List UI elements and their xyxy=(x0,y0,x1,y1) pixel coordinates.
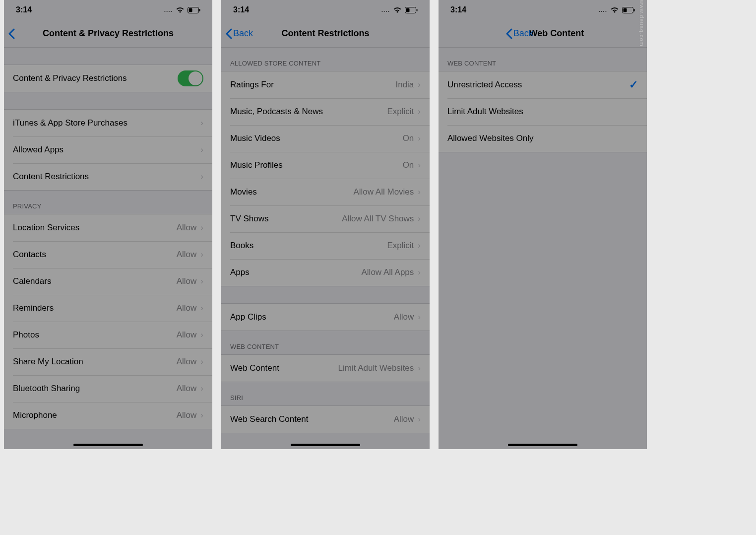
store-row[interactable]: Movies Allow All Movies › xyxy=(221,179,430,205)
cell-label: Calendars xyxy=(13,276,177,286)
status-icons: .... xyxy=(164,6,200,13)
page-title: Content & Privacy Restrictions xyxy=(43,28,174,39)
page-title: Web Content xyxy=(529,28,584,39)
privacy-row[interactable]: Contacts Allow › xyxy=(4,241,212,268)
navbar: Back Web Content xyxy=(439,20,647,48)
chevron-right-icon: › xyxy=(200,330,203,340)
chevron-right-icon: › xyxy=(418,268,421,277)
main-group: iTunes & App Store Purchases › Allowed A… xyxy=(4,109,212,191)
privacy-row[interactable]: Reminders Allow › xyxy=(4,295,212,322)
chevron-right-icon: › xyxy=(200,118,203,128)
appclips-group: App Clips Allow › xyxy=(221,303,430,331)
back-button[interactable] xyxy=(8,28,15,39)
itunes-row[interactable]: iTunes & App Store Purchases › xyxy=(4,110,212,136)
chevron-right-icon: › xyxy=(200,276,203,286)
toggle-group: Content & Privacy Restrictions xyxy=(4,65,212,92)
home-indicator[interactable] xyxy=(508,444,577,446)
cell-value: Allow All TV Shows xyxy=(342,214,414,224)
privacy-row[interactable]: Photos Allow › xyxy=(4,322,212,348)
chevron-right-icon: › xyxy=(418,414,421,424)
cell-label: Unrestricted Access xyxy=(447,80,629,90)
cell-value: Allow xyxy=(177,223,197,233)
store-row[interactable]: TV Shows Allow All TV Shows › xyxy=(221,205,430,232)
content-privacy-toggle-row[interactable]: Content & Privacy Restrictions xyxy=(4,65,212,92)
store-group: Ratings For India › Music, Podcasts & Ne… xyxy=(221,71,430,286)
cell-value: Allow All Movies xyxy=(353,187,414,197)
web-group: Web Content Limit Adult Websites › xyxy=(221,354,430,382)
store-row[interactable]: Books Explicit › xyxy=(221,232,430,259)
chevron-right-icon: › xyxy=(418,241,421,251)
status-icons: .... xyxy=(599,6,635,13)
cell-value: Allow xyxy=(177,303,197,313)
store-header: Allowed Store Content xyxy=(221,48,430,71)
svg-rect-5 xyxy=(417,9,418,11)
screen-content-privacy: 3:14 .... Content & Privacy Restrictions… xyxy=(4,0,212,449)
options-group: Unrestricted Access ✓ Limit Adult Websit… xyxy=(439,71,647,152)
status-bar: 3:14 .... xyxy=(439,0,647,20)
svg-rect-2 xyxy=(199,9,200,11)
signal-dots-icon: .... xyxy=(164,6,173,13)
privacy-row[interactable]: Calendars Allow › xyxy=(4,268,212,295)
clock: 3:14 xyxy=(16,5,32,14)
allowed-apps-row[interactable]: Allowed Apps › xyxy=(4,136,212,163)
option-allowed-only[interactable]: Allowed Websites Only xyxy=(439,125,647,152)
option-limit-adult[interactable]: Limit Adult Websites xyxy=(439,98,647,125)
chevron-right-icon: › xyxy=(200,357,203,367)
chevron-right-icon: › xyxy=(200,145,203,155)
cell-label: Limit Adult Websites xyxy=(447,107,638,117)
cell-label: Music Profiles xyxy=(230,160,403,170)
back-button[interactable]: Back xyxy=(505,28,533,39)
chevron-right-icon: › xyxy=(418,107,421,117)
store-row[interactable]: Music, Podcasts & News Explicit › xyxy=(221,98,430,125)
battery-icon xyxy=(188,7,200,13)
navbar: Content & Privacy Restrictions xyxy=(4,20,212,48)
web-content-header: Web Content xyxy=(439,48,647,71)
cell-value: Allow xyxy=(177,357,197,367)
chevron-right-icon: › xyxy=(418,134,421,143)
option-unrestricted[interactable]: Unrestricted Access ✓ xyxy=(439,71,647,98)
toggle-switch[interactable] xyxy=(178,70,203,86)
screen-content-restrictions: 3:14 .... Back Content Restrictions Allo… xyxy=(221,0,430,449)
store-row[interactable]: Music Videos On › xyxy=(221,125,430,152)
cell-label: Movies xyxy=(230,187,353,197)
chevron-right-icon: › xyxy=(200,172,203,182)
privacy-row[interactable]: Share My Location Allow › xyxy=(4,348,212,375)
cell-label: Ratings For xyxy=(230,80,395,90)
privacy-row[interactable]: Location Services Allow › xyxy=(4,214,212,241)
cell-label: Share My Location xyxy=(13,357,177,367)
cell-label: Photos xyxy=(13,330,177,340)
store-row[interactable]: Apps Allow All Apps › xyxy=(221,259,430,286)
cell-label: Location Services xyxy=(13,223,177,233)
cell-value: Allow All Apps xyxy=(361,268,414,277)
siri-row[interactable]: Web Search Content Allow › xyxy=(221,406,430,433)
appclips-row[interactable]: App Clips Allow › xyxy=(221,304,430,331)
web-header: Web Content xyxy=(221,331,430,354)
cell-label: Allowed Apps xyxy=(13,145,200,155)
home-indicator[interactable] xyxy=(291,444,360,446)
siri-group: Web Search Content Allow › xyxy=(221,405,430,433)
clock: 3:14 xyxy=(450,5,466,14)
store-row[interactable]: Ratings For India › xyxy=(221,71,430,98)
privacy-row[interactable]: Microphone Allow › xyxy=(4,402,212,429)
cell-value: Allow xyxy=(177,410,197,420)
signal-dots-icon: .... xyxy=(381,6,390,13)
privacy-row[interactable]: Bluetooth Sharing Allow › xyxy=(4,375,212,402)
home-indicator[interactable] xyxy=(73,444,143,446)
content-restrictions-row[interactable]: Content Restrictions › xyxy=(4,163,212,190)
svg-rect-8 xyxy=(634,9,635,11)
signal-dots-icon: .... xyxy=(599,6,607,13)
chevron-right-icon: › xyxy=(418,187,421,197)
store-row[interactable]: Music Profiles On › xyxy=(221,152,430,179)
page-title: Content Restrictions xyxy=(281,28,369,39)
chevron-right-icon: › xyxy=(200,410,203,420)
cell-label: Bluetooth Sharing xyxy=(13,384,177,394)
cell-label: Music Videos xyxy=(230,134,403,143)
status-icons: .... xyxy=(381,6,418,13)
cell-value: Allow xyxy=(394,414,414,424)
chevron-right-icon: › xyxy=(200,384,203,394)
back-button[interactable]: Back xyxy=(225,28,253,39)
back-label: Back xyxy=(513,28,533,39)
chevron-right-icon: › xyxy=(200,250,203,260)
web-content-row[interactable]: Web Content Limit Adult Websites › xyxy=(221,355,430,382)
cell-label: Content Restrictions xyxy=(13,172,200,182)
